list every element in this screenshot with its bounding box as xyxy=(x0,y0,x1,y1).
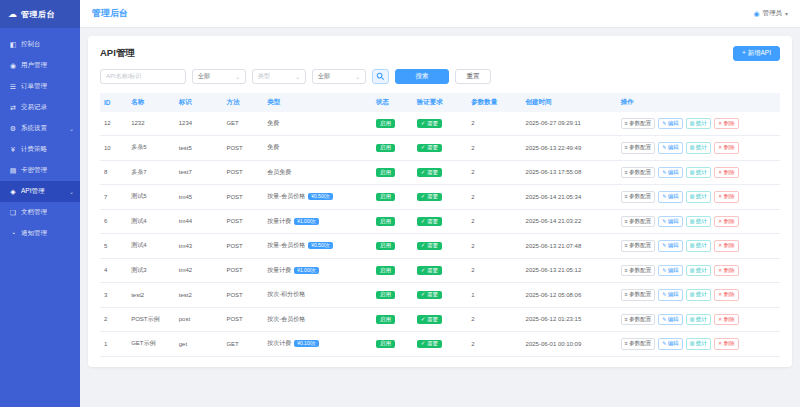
chevron-down-icon: ⌄ xyxy=(295,73,300,80)
cell-created: 2025-06-13 21:05:12 xyxy=(522,258,617,283)
cell-type: 按次-积分价格 xyxy=(263,283,372,308)
edit-button[interactable]: ✎编辑 xyxy=(658,314,683,326)
edit-button[interactable]: ✎编辑 xyxy=(658,338,683,350)
cell-verify: ✓ 需要 xyxy=(413,258,467,283)
params-icon: ≡ xyxy=(625,268,628,273)
search-button[interactable]: 搜索 xyxy=(395,69,449,84)
cell-type-text: 按次-会员价格 xyxy=(267,316,305,322)
edit-button[interactable]: ✎编辑 xyxy=(658,265,683,277)
stats-button[interactable]: ▥统计 xyxy=(686,118,711,130)
delete-button[interactable]: ✕删除 xyxy=(714,118,739,130)
status-select-value: 全部 xyxy=(198,72,210,81)
delete-button[interactable]: ✕删除 xyxy=(714,240,739,252)
edit-button[interactable]: ✎编辑 xyxy=(658,167,683,179)
status-select[interactable]: 全部 ⌄ xyxy=(192,69,246,84)
verify-badge: ✓ 需要 xyxy=(417,340,442,349)
sidebar-item-9[interactable]: ◔通知管理 xyxy=(0,223,80,244)
params-button[interactable]: ≡参数配置 xyxy=(621,118,655,130)
params-icon: ≡ xyxy=(625,194,628,199)
params-button[interactable]: ≡参数配置 xyxy=(621,338,655,350)
status-badge: 启用 xyxy=(376,291,395,300)
params-button[interactable]: ≡参数配置 xyxy=(621,167,655,179)
row-actions: ≡参数配置✎编辑▥统计✕删除 xyxy=(621,265,776,277)
keyword-input[interactable] xyxy=(100,69,186,84)
cell-id: 4 xyxy=(100,258,127,283)
cell-type-text: 按量计费 xyxy=(267,267,291,273)
params-button[interactable]: ≡参数配置 xyxy=(621,289,655,301)
verify-badge: ✓ 需要 xyxy=(417,291,442,300)
params-button[interactable]: ≡参数配置 xyxy=(621,314,655,326)
stats-button[interactable]: ▥统计 xyxy=(686,240,711,252)
edit-button[interactable]: ✎编辑 xyxy=(658,191,683,203)
delete-button[interactable]: ✕删除 xyxy=(714,191,739,203)
action-button-label: 统计 xyxy=(696,121,707,127)
delete-button[interactable]: ✕删除 xyxy=(714,289,739,301)
params-button[interactable]: ≡参数配置 xyxy=(621,240,655,252)
sidebar-item-5[interactable]: ¥计费策略 xyxy=(0,139,80,160)
dashboard-icon: ◧ xyxy=(9,41,17,49)
stats-icon: ▥ xyxy=(690,292,695,297)
cell-verify: ✓ 需要 xyxy=(413,234,467,259)
delete-button[interactable]: ✕删除 xyxy=(714,338,739,350)
sidebar-item-4[interactable]: ⚙系统设置⌄ xyxy=(0,118,80,139)
billing-icon: ¥ xyxy=(9,146,17,153)
add-api-button[interactable]: + 新增API xyxy=(733,46,780,61)
delete-button[interactable]: ✕删除 xyxy=(714,216,739,228)
cell-status: 启用 xyxy=(372,209,413,234)
user-menu[interactable]: ◉ 管理员 ▾ xyxy=(753,9,788,18)
delete-button[interactable]: ✕删除 xyxy=(714,314,739,326)
sidebar-item-6[interactable]: ▤卡密管理 xyxy=(0,160,80,181)
edit-button[interactable]: ✎编辑 xyxy=(658,142,683,154)
params-button[interactable]: ≡参数配置 xyxy=(621,265,655,277)
delete-button[interactable]: ✕删除 xyxy=(714,167,739,179)
sidebar-item-3[interactable]: ⇄交易记录 xyxy=(0,97,80,118)
api-icon: ◈ xyxy=(9,188,17,196)
cell-type-text: 按次-积分价格 xyxy=(267,291,305,297)
params-button[interactable]: ≡参数配置 xyxy=(621,216,655,228)
search-icon-button[interactable] xyxy=(372,69,389,84)
cell-name: POST示例 xyxy=(127,307,175,332)
sidebar-item-1[interactable]: ◉用户管理 xyxy=(0,55,80,76)
table-row: 2POST示例postPOST按次-会员价格启用✓ 需要22025-06-12 … xyxy=(100,307,780,332)
cell-method: GET xyxy=(222,112,263,136)
params-button[interactable]: ≡参数配置 xyxy=(621,142,655,154)
cell-type-text: 免费 xyxy=(267,144,279,150)
cell-code: test5 xyxy=(175,136,223,161)
docs-icon: ❏ xyxy=(9,209,17,217)
price-badge: ¥1.00/次 xyxy=(294,267,319,274)
edit-button[interactable]: ✎编辑 xyxy=(658,289,683,301)
edit-button[interactable]: ✎编辑 xyxy=(658,240,683,252)
delete-button[interactable]: ✕删除 xyxy=(714,142,739,154)
scope-select[interactable]: 全部 ⌄ xyxy=(312,69,366,84)
sidebar-item-2[interactable]: ☰订单管理 xyxy=(0,76,80,97)
cell-params: 2 xyxy=(467,136,521,161)
cell-status: 启用 xyxy=(372,136,413,161)
delete-button[interactable]: ✕删除 xyxy=(714,265,739,277)
sidebar-item-8[interactable]: ❏文档管理 xyxy=(0,202,80,223)
column-header-1: 名称 xyxy=(127,93,175,112)
sidebar-item-0[interactable]: ◧控制台 xyxy=(0,34,80,55)
row-actions: ≡参数配置✎编辑▥统计✕删除 xyxy=(621,118,776,130)
params-button[interactable]: ≡参数配置 xyxy=(621,191,655,203)
stats-button[interactable]: ▥统计 xyxy=(686,338,711,350)
stats-button[interactable]: ▥统计 xyxy=(686,314,711,326)
price-badge: ¥1.00/次 xyxy=(294,218,319,225)
edit-button[interactable]: ✎编辑 xyxy=(658,216,683,228)
reset-button[interactable]: 重置 xyxy=(455,69,491,84)
stats-button[interactable]: ▥统计 xyxy=(686,142,711,154)
cell-id: 5 xyxy=(100,234,127,259)
stats-button[interactable]: ▥统计 xyxy=(686,167,711,179)
cell-actions: ≡参数配置✎编辑▥统计✕删除 xyxy=(617,258,780,283)
stats-button[interactable]: ▥统计 xyxy=(686,191,711,203)
delete-icon: ✕ xyxy=(718,219,722,224)
type-select[interactable]: 类型 ⌄ xyxy=(252,69,306,84)
stats-button[interactable]: ▥统计 xyxy=(686,265,711,277)
sidebar-menu: ◧控制台◉用户管理☰订单管理⇄交易记录⚙系统设置⌄¥计费策略▤卡密管理◈API管… xyxy=(0,28,80,244)
action-button-label: 参数配置 xyxy=(629,341,651,347)
stats-button[interactable]: ▥统计 xyxy=(686,216,711,228)
sidebar-item-label: 交易记录 xyxy=(21,103,74,112)
status-badge: 启用 xyxy=(376,315,395,324)
sidebar-item-7[interactable]: ◈API管理⌄ xyxy=(0,181,80,202)
stats-button[interactable]: ▥统计 xyxy=(686,289,711,301)
edit-button[interactable]: ✎编辑 xyxy=(658,118,683,130)
